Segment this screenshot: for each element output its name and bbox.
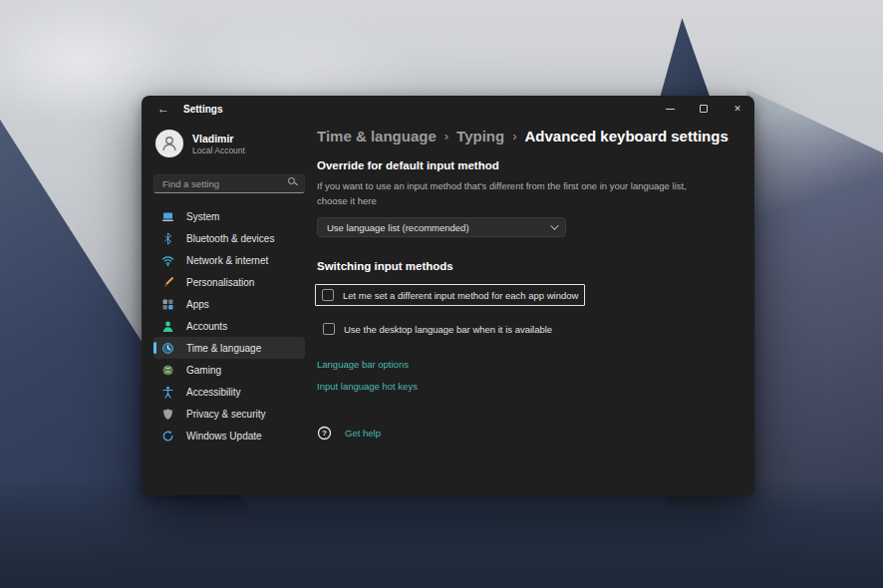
close-button[interactable]: ✕ [721, 96, 754, 122]
search-input[interactable] [153, 174, 305, 193]
account-card[interactable]: Vladimir Local Account [153, 128, 305, 159]
maximize-button[interactable] [687, 96, 721, 122]
minimize-button[interactable] [653, 96, 687, 122]
sidebar-item-label: Privacy & security [186, 409, 265, 420]
minimize-icon [666, 109, 675, 110]
input-method-dropdown[interactable]: Use language list (recommended) [317, 217, 566, 237]
breadcrumb-separator: › [444, 129, 448, 144]
search-box [153, 173, 305, 193]
language-bar-options-link[interactable]: Language bar options [317, 359, 409, 370]
person-avatar-icon [160, 135, 178, 152]
override-heading: Override for default input method [317, 159, 729, 171]
breadcrumb: Time & language › Typing › Advanced keyb… [317, 128, 729, 145]
search-icon [288, 177, 298, 187]
sidebar-item-gaming[interactable]: Gaming [153, 359, 305, 381]
account-type: Local Account [192, 146, 245, 155]
checkbox-label: Use the desktop language bar when it is … [344, 324, 552, 335]
sidebar-item-label: Accessibility [186, 387, 240, 398]
sidebar-item-label: System [186, 211, 219, 222]
checkbox-language-bar[interactable] [323, 323, 335, 335]
sidebar-item-label: Windows Update [186, 431, 262, 441]
get-help-label: Get help [345, 428, 381, 439]
shield-icon [161, 408, 174, 421]
sidebar-item-system[interactable]: System [153, 205, 305, 227]
checkbox-app-window[interactable] [322, 289, 334, 301]
clock-icon [161, 342, 174, 355]
sidebar-item-accounts[interactable]: Accounts [153, 315, 305, 337]
checkbox-label: Let me set a different input method for … [343, 290, 578, 301]
svg-text:?: ? [322, 430, 327, 439]
switching-heading: Switching input methods [317, 260, 729, 272]
checkbox-row-app-window[interactable]: Let me set a different input method for … [315, 284, 585, 306]
override-description: If you want to use an input method that'… [317, 179, 716, 208]
sidebar-item-label: Apps [186, 299, 209, 310]
account-name: Vladimir [192, 133, 245, 145]
get-help[interactable]: ? Get help [317, 426, 381, 441]
checkbox-row-language-bar[interactable]: Use the desktop language bar when it is … [317, 318, 558, 340]
accessibility-icon [161, 386, 174, 399]
get-help-icon: ? [317, 426, 332, 441]
chevron-down-icon [550, 222, 558, 230]
sidebar-item-label: Personalisation [186, 277, 254, 288]
avatar [155, 130, 183, 157]
sidebar-nav: System Bluetooth & devices Network & int… [153, 205, 305, 446]
wifi-icon [161, 254, 174, 267]
sidebar-item-label: Bluetooth & devices [186, 233, 274, 244]
brush-icon [161, 276, 174, 289]
sidebar-item-personalisation[interactable]: Personalisation [153, 271, 305, 293]
apps-grid-icon [161, 298, 174, 311]
laptop-icon [161, 210, 174, 223]
close-icon: ✕ [734, 105, 741, 114]
back-button[interactable]: ← [153, 100, 173, 118]
dropdown-selected-value: Use language list (recommended) [327, 222, 550, 233]
breadcrumb-separator: › [512, 129, 516, 144]
person-icon [161, 320, 174, 333]
breadcrumb-time-language[interactable]: Time & language [317, 128, 437, 145]
main-content: Time & language › Typing › Advanced keyb… [317, 122, 754, 495]
sidebar-item-label: Time & language [186, 343, 261, 354]
maximize-icon [700, 105, 708, 113]
sidebar-item-label: Gaming [186, 365, 221, 376]
bluetooth-icon [161, 232, 174, 245]
sidebar-item-accessibility[interactable]: Accessibility [153, 381, 305, 403]
sidebar-item-label: Network & internet [186, 255, 268, 266]
page-title: Advanced keyboard settings [525, 128, 729, 145]
sidebar-item-network[interactable]: Network & internet [153, 249, 305, 271]
update-icon [161, 430, 174, 442]
sidebar-item-privacy[interactable]: Privacy & security [153, 403, 305, 425]
settings-window: ← Settings ✕ Vladim [142, 96, 754, 495]
sidebar-item-time-language[interactable]: Time & language [153, 337, 305, 359]
breadcrumb-typing[interactable]: Typing [456, 128, 504, 145]
desktop: ← Settings ✕ Vladim [0, 0, 883, 588]
xbox-icon [161, 364, 174, 377]
sidebar: Vladimir Local Account System [142, 122, 317, 495]
titlebar[interactable]: ← Settings ✕ [142, 96, 754, 122]
input-language-hot-keys-link[interactable]: Input language hot keys [317, 381, 418, 392]
sidebar-item-label: Accounts [186, 321, 227, 332]
sidebar-item-windows-update[interactable]: Windows Update [153, 425, 305, 446]
sidebar-item-apps[interactable]: Apps [153, 293, 305, 315]
window-title: Settings [183, 104, 222, 115]
sidebar-item-bluetooth[interactable]: Bluetooth & devices [153, 227, 305, 249]
